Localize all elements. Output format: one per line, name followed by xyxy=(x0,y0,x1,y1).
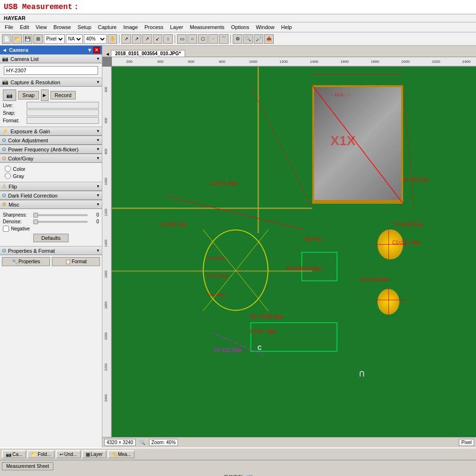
na-select[interactable]: NA xyxy=(66,34,83,44)
toolbar-measure4[interactable]: ↙ xyxy=(153,34,162,44)
exposure-chevron: ▼ xyxy=(96,129,100,133)
exposure-label: Exposure & Gain xyxy=(10,129,50,134)
taskbar-mea[interactable]: 📏 Mea... xyxy=(108,450,135,458)
toolbar-hand[interactable]: ✋ xyxy=(108,34,117,44)
menu-item-options[interactable]: Options xyxy=(228,23,252,31)
svg-line-0 xyxy=(250,85,312,208)
section-camera-list[interactable]: 📷 Camera List ▼ xyxy=(0,54,102,63)
snap-button[interactable]: Snap xyxy=(18,91,39,99)
camera-taskbar-label: Ca... xyxy=(12,452,22,457)
svg-text:1400: 1400 xyxy=(310,60,318,64)
panel-collapse-arrow[interactable]: ▼ xyxy=(87,47,92,53)
toolbar-grid[interactable]: ⊞ xyxy=(33,34,43,44)
toolbar-zoom-in[interactable]: 🔍 xyxy=(243,34,253,44)
toolbar-export[interactable]: 📤 xyxy=(264,34,274,44)
color-gray-label: Color/Gray xyxy=(8,156,33,161)
section-props-format[interactable]: ⊙ Properties & Format ▼ xyxy=(0,246,102,255)
camera-list-label: Camera List xyxy=(10,56,39,62)
section-power-freq[interactable]: ⊙ Power Frequency (Anti-flicker) ▼ xyxy=(0,145,102,154)
negative-checkbox[interactable] xyxy=(3,226,9,232)
section-exposure[interactable]: ⚡ Exposure & Gain ▼ xyxy=(0,127,102,136)
svg-text:2200: 2200 xyxy=(432,60,440,64)
measurement-sheet-tab[interactable]: Measurement Sheet xyxy=(2,462,53,470)
toolbar-save[interactable]: 💾 xyxy=(23,34,32,44)
section-flip[interactable]: ⚠ Flip ▼ xyxy=(0,182,102,191)
pixel-select[interactable]: Pixel xyxy=(44,34,65,44)
toolbar: 📄 📂 💾 ⊞ Pixel NA 40% 25% 50% 100% ✋ ↗ ↗ … xyxy=(0,32,476,46)
svg-text:1000: 1000 xyxy=(104,178,108,185)
toolbar-point[interactable]: · xyxy=(208,34,218,44)
toolbar-measure5[interactable]: ↕ xyxy=(163,34,173,44)
taskbar-undo[interactable]: ↩ Und... xyxy=(56,450,81,458)
denoise-slider[interactable] xyxy=(33,221,88,223)
misc-chevron: ▼ xyxy=(96,202,100,207)
toolbar-open[interactable]: 📂 xyxy=(12,34,22,44)
menu-item-capture[interactable]: Capture xyxy=(95,23,119,31)
misc-content: Sharpness: 0 Denoise: 0 Negative Default… xyxy=(0,209,102,246)
snap-value xyxy=(27,109,99,116)
color-radio[interactable] xyxy=(5,166,11,172)
menu-item-process[interactable]: Process xyxy=(142,23,167,31)
camera-panel-header[interactable]: ◄ Camera ▼ ✕ xyxy=(0,46,102,54)
menu-item-image[interactable]: Image xyxy=(120,23,141,31)
menu-item-window[interactable]: Window xyxy=(253,23,277,31)
menu-item-browse[interactable]: Browse xyxy=(50,23,74,31)
sharpness-slider[interactable] xyxy=(33,214,88,216)
taskbar-folder[interactable]: 📁 Fold... xyxy=(27,450,55,458)
canvas-container[interactable]: X1X xyxy=(102,57,476,437)
toolbar-measure2[interactable]: ↗ xyxy=(132,34,141,44)
section-capture-res[interactable]: 📸 Capture & Resolution ▼ xyxy=(0,78,102,87)
format-button[interactable]: 📋 Format xyxy=(52,257,100,266)
menu-item-measurements[interactable]: Measurements xyxy=(187,23,228,31)
toolbar-measure3[interactable]: ↗ xyxy=(142,34,152,44)
taskbar-layer[interactable]: ▦ Layer xyxy=(82,450,107,458)
section-color-adj[interactable]: ⊙ Color Adjustment ▼ xyxy=(0,136,102,145)
props-format-chevron: ▼ xyxy=(96,248,100,253)
svg-text:Tc1=318.06px: Tc1=318.06px xyxy=(359,277,389,282)
play-icon[interactable]: ▶ xyxy=(41,89,49,101)
trace-v1 xyxy=(258,67,259,233)
toolbar-arc[interactable]: ⌒ xyxy=(219,34,228,44)
section-dark-field[interactable]: ⊙ Dark Field Correction ▼ xyxy=(0,191,102,200)
properties-button[interactable]: 🔧 Properties xyxy=(2,257,50,266)
toolbar-poly[interactable]: ⬡ xyxy=(198,34,208,44)
toolbar-zoom-out[interactable]: 🔎 xyxy=(254,34,263,44)
power-freq-label: Power Frequency (Anti-flicker) xyxy=(8,147,79,152)
svg-text:P1=122.33px: P1=122.33px xyxy=(214,347,242,353)
section-color-gray[interactable]: ⊙ Color/Gray ▼ xyxy=(0,154,102,163)
live-label: Live: xyxy=(3,103,27,108)
tab-nav-left[interactable]: ◄ xyxy=(104,51,111,57)
negative-label: Negative xyxy=(11,226,30,231)
pixel-unit: Pixel xyxy=(459,439,474,446)
panel-close-btn[interactable]: ✕ xyxy=(93,47,100,53)
section-misc[interactable]: ⚙ Misc ▼ xyxy=(0,200,102,209)
toolbar-rect[interactable]: ▭ xyxy=(177,34,187,44)
toolbar-circle[interactable]: ○ xyxy=(188,34,197,44)
taskbar-camera[interactable]: 📷 Ca... xyxy=(2,450,26,458)
svg-text:T2=1342.97px: T2=1342.97px xyxy=(392,222,423,227)
main-tab[interactable]: 2018_0101_003554_010.JPG* xyxy=(111,50,185,57)
toolbar-calib[interactable]: ⚙ xyxy=(233,34,242,44)
svg-text:400: 400 xyxy=(157,60,164,64)
menu-item-layer[interactable]: Layer xyxy=(167,23,186,31)
toolbar-measure1[interactable]: ↗ xyxy=(121,34,131,44)
menu-item-view[interactable]: View xyxy=(33,23,50,31)
mea-taskbar-icon: 📏 xyxy=(111,452,117,457)
measurement-svg: L2=571.46px L3=410.17px W1=50.x R2=198.6… xyxy=(112,67,476,437)
menu-item-file[interactable]: File xyxy=(2,23,16,31)
menu-item-edit[interactable]: Edit xyxy=(17,23,32,31)
snap-label2: Snap: xyxy=(3,110,27,116)
menu-item-setup[interactable]: Setup xyxy=(75,23,94,31)
toolbar-new[interactable]: 📄 xyxy=(2,34,11,44)
menu-item-help[interactable]: Help xyxy=(278,23,295,31)
snap-icon-btn[interactable]: 📷 xyxy=(3,89,16,101)
layer-taskbar-icon: ▦ xyxy=(86,452,90,457)
camera-nav-back[interactable]: ◄ xyxy=(2,47,7,53)
gray-radio[interactable] xyxy=(5,173,11,179)
green-rect-2 xyxy=(250,322,338,352)
live-value xyxy=(27,102,99,109)
chip-top-pad xyxy=(312,85,403,87)
defaults-button[interactable]: Defaults xyxy=(33,234,69,242)
record-button[interactable]: Record xyxy=(50,91,76,99)
zoom-select[interactable]: 40% 25% 50% 100% xyxy=(84,34,107,44)
